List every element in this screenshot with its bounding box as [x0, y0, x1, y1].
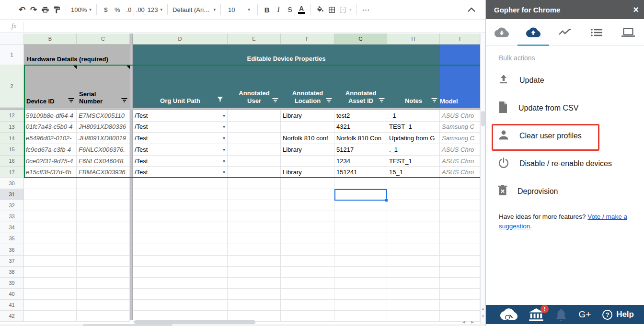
redo-button[interactable]: ↷: [28, 3, 39, 16]
cell-I16[interactable]: ASUS Chro: [440, 156, 480, 167]
cell-E39[interactable]: [228, 278, 281, 289]
cell-G37[interactable]: [334, 256, 387, 267]
tab-devices[interactable]: [612, 19, 644, 45]
cell-D32[interactable]: [133, 200, 228, 211]
cell-F37[interactable]: [281, 256, 334, 267]
cell-B17[interactable]: e15cff3f-f37d-4b: [24, 167, 77, 178]
cell-H13[interactable]: TEST_1: [387, 122, 440, 133]
cell-E17[interactable]: [228, 167, 281, 178]
column-header-E[interactable]: E: [228, 34, 281, 45]
merge-cells-button[interactable]: ▾: [337, 3, 353, 16]
cell-E12[interactable]: [228, 110, 281, 122]
frozen-column-divider[interactable]: [130, 34, 133, 320]
paint-format-button[interactable]: [51, 3, 62, 16]
cell-F12[interactable]: Library: [281, 110, 334, 122]
row-header-41[interactable]: 41: [0, 300, 24, 311]
cell-B38[interactable]: [24, 267, 77, 278]
cell-G38[interactable]: [334, 267, 387, 278]
cell-G30[interactable]: [334, 178, 387, 189]
cell-G32[interactable]: [334, 200, 387, 211]
currency-format-button[interactable]: $: [100, 3, 112, 16]
row-header-17[interactable]: 17: [0, 167, 24, 178]
cell-G17[interactable]: 151241: [334, 167, 387, 178]
cell-I33[interactable]: [440, 211, 480, 222]
row-header-32[interactable]: 32: [0, 200, 24, 211]
cell-F14[interactable]: Norfolk 810 conf: [281, 133, 334, 144]
cell-I40[interactable]: [440, 289, 480, 300]
cell-D36[interactable]: [133, 244, 228, 255]
cell-C36[interactable]: [77, 244, 130, 255]
frozen-row-divider[interactable]: [0, 108, 480, 110]
cell-C35[interactable]: [77, 233, 130, 244]
cell-C32[interactable]: [77, 200, 130, 211]
cell-H38[interactable]: [387, 267, 440, 278]
column-header-G[interactable]: G: [334, 34, 387, 45]
cell-B41[interactable]: [24, 300, 77, 311]
column-header-cell-B2[interactable]: Device ID: [24, 65, 77, 108]
cell-G14[interactable]: Norfolk 810 Con: [334, 133, 387, 144]
cell-D37[interactable]: [133, 256, 228, 267]
cell-F41[interactable]: [281, 300, 334, 311]
cell-E33[interactable]: [228, 211, 281, 222]
column-header-H[interactable]: H: [387, 34, 440, 45]
cell-G41[interactable]: [334, 300, 387, 311]
cell-G36[interactable]: [334, 244, 387, 255]
tab-download[interactable]: [486, 19, 518, 45]
fill-handle[interactable]: [385, 199, 388, 202]
column-header-cell-G2[interactable]: Annotated Asset ID: [334, 65, 387, 108]
cell-H39[interactable]: [387, 278, 440, 289]
strikethrough-button[interactable]: S: [284, 3, 296, 16]
cell-E41[interactable]: [228, 300, 281, 311]
increase-decimal-button[interactable]: .00→: [135, 3, 146, 16]
cell-I12[interactable]: ASUS Chro: [440, 110, 480, 122]
row-header-31[interactable]: 31: [0, 189, 24, 200]
dropdown-caret-icon[interactable]: ▾: [223, 158, 225, 164]
cell-F13[interactable]: [281, 122, 334, 133]
filter-icon[interactable]: [326, 97, 332, 104]
cell-H14[interactable]: Updating from G: [387, 133, 440, 144]
cell-H17[interactable]: 15_1: [387, 167, 440, 178]
column-header-cell-H2[interactable]: Notes: [387, 65, 440, 108]
formula-bar[interactable]: fx: [0, 19, 486, 33]
grid-corner[interactable]: [0, 34, 24, 45]
borders-button[interactable]: [326, 3, 337, 16]
bold-button[interactable]: B: [261, 3, 273, 16]
column-header-cell-I2[interactable]: Model: [440, 65, 480, 108]
cell-I39[interactable]: [440, 278, 480, 289]
cell-I35[interactable]: [440, 233, 480, 244]
cell-D13[interactable]: /Test▾: [133, 122, 228, 133]
cell-H42[interactable]: [387, 311, 440, 322]
cell-D35[interactable]: [133, 233, 228, 244]
bulk-action-item[interactable]: Clear user profiles: [486, 122, 644, 150]
cell-C38[interactable]: [77, 267, 130, 278]
cell-B13[interactable]: 01fc7a43-c5b0-4: [24, 122, 77, 133]
cell-I37[interactable]: [440, 256, 480, 267]
cell-C15[interactable]: F6NLCX006376.: [77, 144, 130, 156]
column-header-B[interactable]: B: [24, 34, 77, 45]
cell-I36[interactable]: [440, 244, 480, 255]
more-toolbar-button[interactable]: ⋯: [360, 3, 372, 16]
cell-B30[interactable]: [24, 178, 77, 189]
cell-D34[interactable]: [133, 222, 228, 233]
dropdown-caret-icon[interactable]: ▾: [223, 124, 225, 129]
zoom-select[interactable]: 100%▾: [69, 3, 93, 16]
cell-F39[interactable]: [281, 278, 334, 289]
column-header-cell-C2[interactable]: Serial Number: [77, 65, 130, 108]
row-header-15[interactable]: 15: [0, 144, 24, 156]
row-header-34[interactable]: 34: [0, 222, 24, 233]
cell-D16[interactable]: /Test▾: [133, 156, 228, 167]
cell-B14[interactable]: e5496d02-0102-: [24, 133, 77, 144]
cell-D38[interactable]: [133, 267, 228, 278]
filter-icon[interactable]: [272, 97, 278, 104]
cell-H35[interactable]: [387, 233, 440, 244]
cell-B39[interactable]: [24, 278, 77, 289]
help-button[interactable]: ? Help: [602, 310, 634, 320]
cell-E13[interactable]: [228, 122, 281, 133]
cell-D31[interactable]: [133, 189, 228, 200]
cell-H40[interactable]: [387, 289, 440, 300]
cell-H31[interactable]: [387, 189, 440, 200]
cell-E37[interactable]: [228, 256, 281, 267]
cell-C42[interactable]: [77, 311, 130, 322]
cell-D15[interactable]: /Test▾: [133, 144, 228, 156]
undo-button[interactable]: ↶: [16, 3, 28, 16]
